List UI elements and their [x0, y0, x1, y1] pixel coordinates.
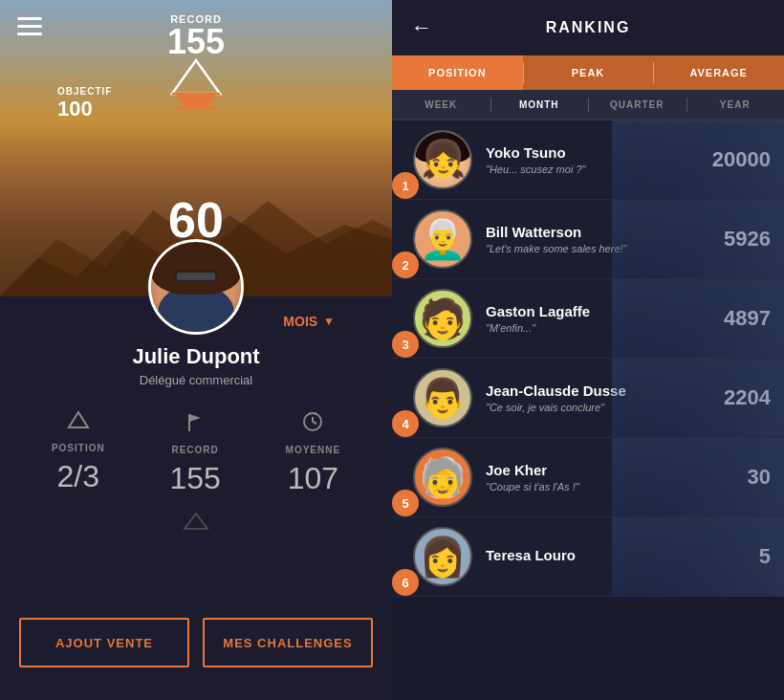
action-buttons: AJOUT VENTE MES CHALLENGES	[0, 601, 392, 685]
stat-position: POSITION 2/3	[52, 410, 105, 496]
objectif-display: OBJECTIF 100	[57, 86, 112, 121]
avatar-teresa	[413, 527, 472, 586]
back-button[interactable]: ←	[411, 15, 432, 40]
user-role: Délégué commercial	[140, 373, 253, 387]
rank-item-2[interactable]: 2 Bill Watterson "Let's make some sales …	[392, 200, 784, 279]
rank-badge-5: 5	[392, 490, 419, 516]
divider-mountain-icon	[177, 512, 215, 537]
right-panel: ← RANKING POSITION PEAK AVERAGE WEEK MON…	[392, 0, 784, 700]
svg-line-11	[313, 422, 316, 424]
stats-row: POSITION 2/3 RECORD 155	[0, 387, 392, 496]
record-display: RECORD 155	[167, 13, 225, 59]
avatar-yoko	[413, 130, 472, 189]
left-panel: RECORD 155 OBJECTIF 100 60 MOIS ▼	[0, 0, 392, 700]
mountain-icon	[158, 55, 234, 117]
user-avatar	[148, 239, 244, 335]
svg-marker-14	[185, 514, 207, 529]
ranking-title: RANKING	[447, 19, 729, 36]
tab-peak[interactable]: PEAK	[523, 55, 654, 90]
moyenne-clock-icon	[301, 410, 324, 439]
objectif-label-text: OBJECTIF	[57, 86, 112, 97]
rank-item-1[interactable]: 1 Yoko Tsuno "Heu... scusez moi ?" 20000	[392, 120, 784, 200]
avatar-joe	[413, 448, 472, 507]
tab-month[interactable]: MONTH	[490, 90, 589, 120]
rank-item-3[interactable]: 3 Gaston Lagaffe "M'enfin..." 4897	[392, 279, 784, 359]
record-label2: RECORD	[171, 445, 218, 455]
svg-marker-6	[69, 412, 88, 427]
ranking-list: 1 Yoko Tsuno "Heu... scusez moi ?" 20000…	[392, 120, 784, 700]
record-value2: 155	[169, 461, 220, 496]
moyenne-label: MOYENNE	[286, 445, 341, 455]
add-sale-button[interactable]: AJOUT VENTE	[19, 618, 189, 667]
menu-button[interactable]	[17, 17, 42, 35]
rank-badge-2: 2	[392, 252, 419, 278]
rank-badge-6: 6	[392, 569, 419, 596]
rank-item-6[interactable]: 6 Teresa Louro 5	[392, 517, 784, 597]
chevron-down-icon: ▼	[323, 315, 335, 328]
objectif-value: 100	[57, 97, 112, 121]
position-mountain-icon	[65, 410, 92, 437]
svg-marker-0	[172, 60, 220, 94]
user-name: Julie Dupont	[132, 344, 259, 369]
period-tabs: WEEK MONTH QUARTER YEAR	[392, 90, 784, 120]
tab-week[interactable]: WEEK	[392, 90, 490, 120]
tab-average[interactable]: AVERAGE	[653, 55, 784, 90]
record-flag-icon	[184, 410, 207, 439]
rank-badge-3: 3	[392, 331, 419, 358]
position-value: 2/3	[57, 459, 99, 494]
period-selector[interactable]: MOIS ▼	[283, 314, 335, 329]
tab-year[interactable]: YEAR	[686, 90, 785, 120]
period-label: MOIS	[283, 314, 317, 329]
my-challenges-button[interactable]: MES CHALLENGES	[203, 618, 373, 667]
position-label: POSITION	[52, 443, 105, 453]
avatar-bill	[413, 209, 472, 269]
record-value: 155	[167, 25, 225, 59]
moyenne-value: 107	[288, 461, 338, 496]
rank-item-4[interactable]: 4 Jean-Clausde Dusse "Ce soir, je vais c…	[392, 359, 784, 438]
ranking-header: ← RANKING	[392, 0, 784, 55]
avatar-gaston	[413, 289, 472, 348]
rank-item-5[interactable]: 5 Joe Kher "Coupe si t'as l'As !" 30	[392, 438, 784, 517]
user-info-section: Julie Dupont Délégué commercial POSITION…	[0, 344, 392, 537]
tab-quarter[interactable]: QUARTER	[588, 90, 686, 120]
stat-moyenne: MOYENNE 107	[286, 410, 341, 496]
avatar-jean	[413, 368, 472, 427]
rank-badge-4: 4	[392, 410, 419, 437]
stat-record: RECORD 155	[169, 410, 220, 496]
tab-position[interactable]: POSITION	[392, 55, 523, 90]
main-tabs: POSITION PEAK AVERAGE	[392, 55, 784, 90]
rank-badge-1: 1	[392, 172, 419, 199]
